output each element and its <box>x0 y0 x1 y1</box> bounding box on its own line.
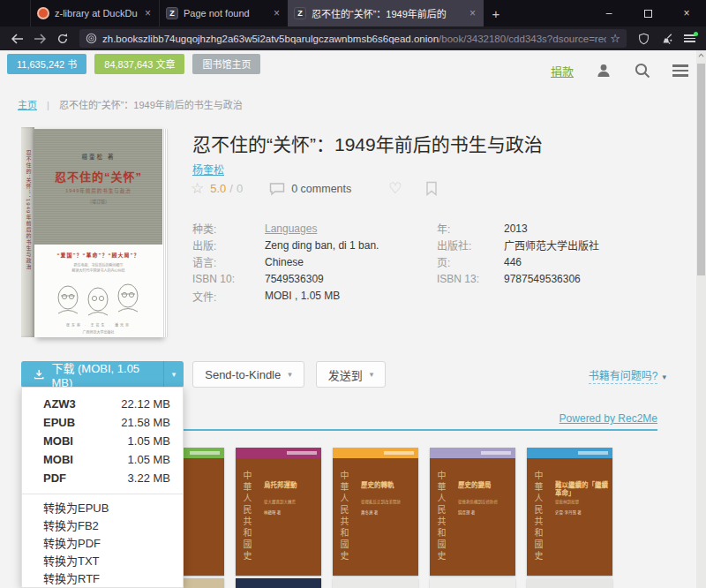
download-format-menu: AZW322.12 MB EPUB21.58 MB MOBI1.05 MB MO… <box>21 387 184 588</box>
tab-title: Page not found <box>184 8 267 19</box>
menu-item-format[interactable]: MOBI1.05 MB <box>22 432 183 450</box>
window-controls: – × <box>590 0 706 26</box>
shield-icon[interactable] <box>632 29 655 49</box>
browser-menu-icon[interactable] <box>678 29 701 49</box>
tab-bar: z-library at DuckDuckGo × Z Page not fou… <box>0 0 706 26</box>
menu-item-convert[interactable]: 转换为PDF <box>22 535 183 553</box>
zlibrary-icon: Z <box>294 7 306 19</box>
forward-icon[interactable] <box>28 29 51 49</box>
tab-title: 忍不住的“关怀”：1949年前后的 <box>312 6 462 20</box>
related-books: 中華人民共和國史 選擇 中華人民共和國史 烏托邦運動 從大躍進到大饑荒 林蘊暉 … <box>139 448 612 576</box>
search-icon[interactable] <box>634 62 651 79</box>
zlibrary-page: 11,635,242 书 84,837,643 文章 图书馆主页 捐款 主页 |… <box>0 50 706 588</box>
related-book-cover[interactable]: 中華人民共和國史 難以繼續的「繼續革命」 從批林到批鄧 史雲·李丹慧 著 <box>527 448 612 576</box>
minimize-button[interactable]: – <box>590 0 628 26</box>
site-menu-icon[interactable] <box>672 62 688 79</box>
page-scrollbar[interactable] <box>696 50 706 588</box>
breadcrumb-home-link[interactable]: 主页 <box>18 100 37 110</box>
comments-count[interactable]: 0 comments <box>291 183 351 195</box>
related-book-cover[interactable]: 中華人民共和國史 歷史的變局 從挽救危機到反修防修 錢庠理 著 <box>430 448 515 576</box>
bookmark-star-icon[interactable]: ☆ <box>610 32 620 45</box>
maximize-button[interactable] <box>628 0 667 26</box>
cover-author: 楊奎松 著 <box>34 152 162 161</box>
maximize-icon <box>644 10 652 18</box>
breadcrumb-current: 忍不住的“关怀”：1949年前后的书生与政治 <box>59 100 243 110</box>
author-link[interactable]: 杨奎松 <box>192 162 224 177</box>
library-home-badge[interactable]: 图书馆主页 <box>192 54 260 74</box>
articles-count-badge[interactable]: 84,837,643 文章 <box>94 54 184 74</box>
tab-duckduckgo[interactable]: z-library at DuckDuckGo × <box>30 0 159 26</box>
menu-item-convert[interactable]: 转换为FB2 <box>22 517 183 535</box>
book-spine: 忍不住的“关怀”：1949年前后的书生与政治 <box>21 127 34 337</box>
reload-icon[interactable] <box>51 29 74 49</box>
duckduckgo-icon <box>37 7 49 19</box>
scroll-up-icon[interactable] <box>698 53 704 57</box>
comments-icon[interactable] <box>269 182 285 196</box>
powered-by-link[interactable]: Powered by Rec2Me <box>560 412 657 425</box>
related-book-cover[interactable]: 中華人民共和國史 歷史的轉軌 從撥亂反正到改革開放 蕭冬連 著 <box>333 448 418 576</box>
user-profile-icon[interactable] <box>595 62 612 79</box>
books-count-badge[interactable]: 11,635,242 书 <box>7 54 86 74</box>
menu-item-format[interactable]: EPUB21.58 MB <box>22 413 183 432</box>
browser-window: z-library at DuckDuckGo × Z Page not fou… <box>0 0 706 588</box>
report-book-link[interactable]: 书籍有问题吗?▾ <box>589 367 666 382</box>
close-button[interactable]: × <box>667 0 706 26</box>
menu-item-convert[interactable]: 转换为RTF <box>22 570 183 588</box>
page-title: 忍不住的“关怀”：1949年前后的书生与政治 <box>192 130 651 156</box>
scrollbar-thumb[interactable] <box>697 64 705 275</box>
related-books-row2 <box>139 578 612 588</box>
send-to-button[interactable]: 发送到▾ <box>316 361 386 388</box>
update-dot <box>694 32 698 36</box>
tab-book-page-active[interactable]: Z 忍不住的“关怀”：1949年前后的 × <box>288 0 484 26</box>
url-host: zh.bookszlibb74ugqojhzhg2a63w5i2atv5bqar… <box>102 34 439 44</box>
related-book-cover[interactable] <box>430 578 515 588</box>
send-to-kindle-button[interactable]: Send-to-Kindle▾ <box>192 361 304 388</box>
book-cover[interactable]: 忍不住的“关怀”：1949年前后的书生与政治 楊奎松 著 忍不住的“关怀” 19… <box>21 125 168 341</box>
rating-count: 0 <box>237 182 243 195</box>
zlibrary-icon: Z <box>166 7 178 19</box>
address-bar: zh.bookszlibb74ugqojhzhg2a63w5i2atv5bqar… <box>0 26 706 50</box>
rating-row: ☆ 5.0 / 0 0 comments ♡ <box>191 179 438 198</box>
cover-portraits <box>50 278 146 319</box>
onion-site-icon[interactable] <box>86 33 97 44</box>
rating-star-icon[interactable]: ☆ <box>191 179 204 198</box>
cover-title: 忍不住的“关怀” <box>34 168 162 185</box>
cover-edition: 〔增订版〕 <box>34 198 162 204</box>
related-book-cover[interactable] <box>527 578 612 588</box>
bookmark-icon[interactable] <box>425 181 438 196</box>
breadcrumb: 主页 | 忍不住的“关怀”：1949年前后的书生与政治 <box>18 97 243 111</box>
tab-close-icon[interactable]: × <box>468 7 477 19</box>
menu-item-convert[interactable]: 转换为EPUB <box>22 500 183 517</box>
tab-close-icon[interactable]: × <box>272 7 282 19</box>
tab-page-not-found[interactable]: Z Page not found × <box>159 0 288 26</box>
download-formats-caret[interactable]: ▾ <box>163 361 184 388</box>
url-input[interactable]: zh.bookszlibb74ugqojhzhg2a63w5i2atv5bqar… <box>79 29 627 48</box>
related-book-cover[interactable]: 中華人民共和國史 烏托邦運動 從大躍進到大饑荒 林蘊暉 著 <box>236 448 321 576</box>
menu-item-format[interactable]: AZW322.12 MB <box>22 395 183 413</box>
tab-close-icon[interactable]: × <box>143 7 153 19</box>
cover-subtitle: 1949年前后的书生与政治 <box>34 187 162 194</box>
cover-names: 张东荪 · 王芸生 · 潘光旦 <box>34 322 162 328</box>
url-path: /book/3432180/cdd343s?dsource=recom <box>439 34 606 44</box>
book-details: 种类:Languages 出版:Zeng ding ban, di 1 ban.… <box>192 220 599 305</box>
rating-value: 5.0 <box>210 182 226 195</box>
related-book-cover[interactable] <box>236 578 321 588</box>
favorite-heart-icon[interactable]: ♡ <box>388 179 402 198</box>
menu-item-format[interactable]: MOBI1.05 MB <box>22 450 183 469</box>
categories-link[interactable]: Languages <box>265 222 317 235</box>
cleaner-broom-icon[interactable] <box>655 29 678 49</box>
donate-link[interactable]: 捐款 <box>551 63 574 79</box>
stats-badges: 11,635,242 书 84,837,643 文章 图书馆主页 <box>7 54 260 74</box>
related-book-cover[interactable] <box>333 578 418 588</box>
menu-item-format[interactable]: PDF3.22 MB <box>22 469 183 487</box>
new-tab-button[interactable]: + <box>484 0 508 26</box>
back-icon[interactable] <box>5 29 28 49</box>
menu-item-convert[interactable]: 转换为TXT <box>22 553 183 570</box>
download-button[interactable]: 下载 (MOBI, 1.05 MB) <box>21 361 163 388</box>
cover-quote: “爱国”？“革命”？“顾大局”？ <box>34 251 162 259</box>
cover-publisher: 广西师范大学出版社 <box>34 329 162 335</box>
tab-title: z-library at DuckDuckGo <box>55 8 138 19</box>
